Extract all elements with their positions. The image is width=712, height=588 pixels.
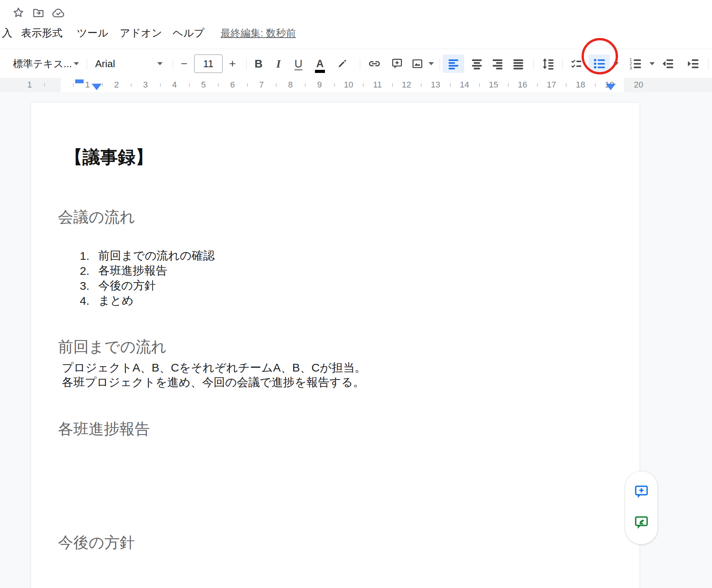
bulleted-list-icon [593,58,606,70]
paragraph-line: 各班プロジェクトを進め、今回の会議で進捗を報告する。 [62,375,364,390]
bold-button[interactable]: B [250,55,267,73]
chevron-down-icon [429,62,434,65]
heading-previous: 前回までの流れ [58,336,167,357]
increase-indent-icon [686,58,699,70]
image-icon [411,58,424,70]
ruler-number: 1 [85,80,90,90]
ruler-tick [189,83,190,87]
left-indent-marker[interactable] [92,84,102,90]
ruler-number: 5 [201,80,206,90]
ruler-tick [392,83,393,87]
align-right-button[interactable] [488,55,507,73]
ruler-tick [102,83,103,87]
cloud-status-icon[interactable] [51,6,65,20]
align-justify-button[interactable] [509,55,528,73]
list-text: 各班進捗報告 [98,263,167,279]
add-comment-button-toolbar[interactable] [387,55,407,73]
ruler-tick [537,83,538,87]
ruler-number: 2 [114,80,119,90]
list-text: 今後の方針 [98,278,156,294]
ruler-tick [160,83,161,87]
add-comment-button[interactable] [633,484,649,500]
ruler[interactable]: 11234567891011121314151617181920 [0,78,712,92]
chevron-down-icon [649,62,655,65]
menu-item-addons[interactable]: アドオン [120,24,162,42]
increase-indent-button[interactable] [682,55,704,73]
align-left-button[interactable] [443,55,464,73]
decrease-indent-button[interactable] [657,55,678,73]
ruler-number: 7 [259,80,264,90]
ruler-number: 3 [143,80,148,90]
last-edit-link[interactable]: 最終編集: 数秒前 [221,24,296,42]
ruler-tick [479,83,480,87]
ruler-tick [508,83,509,87]
right-indent-marker[interactable] [606,84,616,90]
chevron-down-icon [74,62,79,65]
highlight-color-button[interactable] [332,55,352,73]
insert-link-button[interactable] [364,55,385,73]
align-right-icon [491,58,504,69]
text-color-button[interactable]: A [311,55,329,73]
link-icon [368,57,381,71]
insert-image-dropdown[interactable] [427,55,436,73]
numbered-list-button[interactable]: 123 [625,55,646,73]
doc-title: 【議事録】 [65,145,153,169]
menu-item-format[interactable]: 表示形式 [21,24,63,42]
font-size-field[interactable]: 11 [194,55,222,73]
underline-button[interactable]: U [289,55,308,73]
list-number: 1. [80,249,97,263]
align-left-icon [447,58,460,69]
heading-agenda: 会議の流れ [58,206,135,228]
star-icon[interactable] [12,6,25,20]
menu-item-insert-partial[interactable]: 入 [2,24,12,42]
chevron-down-icon [157,62,163,65]
paragraph-style-dropdown[interactable]: 標準テキス... [9,55,83,73]
ruler-tick [305,83,306,87]
ruler-tick [595,83,596,87]
line-spacing-button[interactable] [537,55,559,73]
menu-item-tools[interactable]: ツール [77,24,108,42]
numbered-list-dropdown[interactable] [648,55,657,73]
ruler-number: 15 [489,80,498,90]
ruler-number: 10 [344,80,353,90]
menubar: 入 表示形式 ツール アドオン ヘルプ 最終編集: 数秒前 [0,24,712,42]
font-name-value: Arial [95,58,115,70]
checklist-button[interactable] [566,55,586,73]
ruler-tick [73,83,74,87]
paragraph-style-value: 標準テキス... [13,57,72,71]
suggest-edits-button[interactable] [633,514,649,530]
first-line-indent-marker[interactable] [75,79,84,83]
italic-icon: I [276,58,280,70]
toolbar-separator [173,58,173,70]
document-page[interactable]: 【議事録】 会議の流れ 1. 前回までの流れの確認 2. 各班進捗報告 3. 今… [31,102,640,588]
ruler-number: 13 [431,80,440,90]
ruler-number: 12 [402,80,411,90]
list-text: 前回までの流れの確認 [98,248,215,264]
font-dropdown[interactable]: Arial [91,55,166,73]
align-center-button[interactable] [467,55,486,73]
insert-image-button[interactable] [408,55,427,73]
ruler-number: 17 [547,80,556,90]
heading-policy: 今後の方針 [58,532,135,553]
ruler-number: 1 [27,80,32,90]
comment-add-icon [633,484,649,500]
bulleted-list-button[interactable] [588,55,610,73]
list-number: 4. [80,294,97,307]
ruler-number: 9 [317,80,322,90]
decrease-font-size-button[interactable]: − [176,55,193,73]
toolbar-separator [360,58,360,70]
toolbar-separator [708,58,709,70]
increase-font-size-button[interactable]: + [224,55,241,73]
highlighter-icon [336,58,348,70]
italic-button[interactable]: I [270,55,287,73]
paragraph-line: プロジェクトA、B、CをそれぞれチームA、B、Cが担当。 [62,360,366,376]
bold-icon: B [255,58,263,70]
bulleted-list-dropdown[interactable] [611,55,621,73]
comment-add-icon [391,58,403,70]
menu-item-help[interactable]: ヘルプ [173,24,204,42]
move-folder-icon[interactable] [31,6,45,20]
list-number: 3. [80,279,97,292]
heading-progress: 各班進捗報告 [58,418,150,439]
text-color-icon: A [316,58,324,70]
ruler-number: 16 [518,80,527,90]
